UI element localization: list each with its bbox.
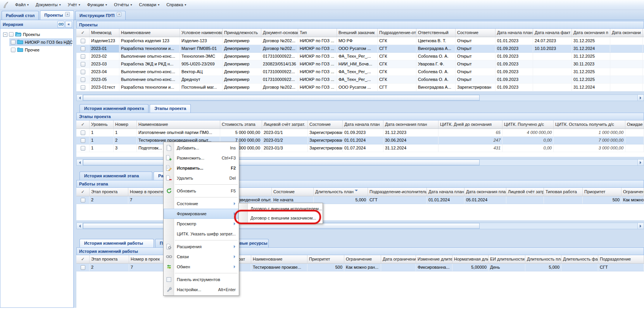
cell[interactable]: Разработка ЭКД и РКД н...: [119, 60, 180, 68]
column-header[interactable]: Этап проекта: [90, 188, 128, 196]
cell[interactable]: СГК: [378, 37, 416, 45]
column-header[interactable]: Наименование: [251, 255, 307, 263]
cell[interactable]: [625, 137, 644, 144]
column-header[interactable]: ЦИТК. Осталось получить д/с: [554, 120, 625, 129]
cell[interactable]: 2023-03: [90, 60, 119, 68]
column-header[interactable]: Дата начала факт: [533, 29, 572, 37]
cell[interactable]: 7: [128, 196, 165, 204]
cell[interactable]: 31.12.2024: [572, 84, 610, 91]
cell[interactable]: Соболева О. А.: [416, 53, 456, 60]
cell[interactable]: 31.12.2023: [383, 129, 439, 136]
cell[interactable]: [610, 68, 643, 75]
row-checkbox[interactable]: [81, 265, 85, 270]
column-header[interactable]: Условное наименова: [180, 29, 223, 37]
cell[interactable]: СГТ: [378, 84, 416, 91]
cell[interactable]: 3: [114, 144, 137, 152]
tab-projects[interactable]: Проекты×: [40, 10, 74, 20]
cell[interactable]: 0,00: [502, 137, 554, 144]
cell[interactable]: 65: [439, 129, 502, 136]
cell[interactable]: [381, 264, 416, 271]
tab-work_tabs-0[interactable]: История изменений этапа: [79, 172, 152, 180]
cell[interactable]: 2023-01тест: [90, 84, 119, 91]
tab-desktop[interactable]: Рабочий стол: [2, 11, 39, 20]
cell[interactable]: НИОКР по ГОЗ ...: [298, 53, 337, 60]
cell[interactable]: Изделие123: [90, 37, 119, 45]
column-header[interactable]: ЕИ длительности: [489, 255, 525, 263]
cell[interactable]: Вектор-АЦ: [180, 68, 223, 75]
column-header[interactable]: Приоритет: [583, 188, 622, 196]
cell[interactable]: НИОКР по ГОЗ ...: [298, 68, 337, 75]
cell[interactable]: 05.01.2024: [464, 196, 506, 204]
cell[interactable]: Демопример: [223, 76, 261, 83]
table-row[interactable]: 27Тестирование произве...500Как можно ра…: [76, 264, 644, 271]
menu-item-toolbar-toggle[interactable]: Панель инструментов: [164, 275, 239, 285]
cell[interactable]: 01.09.2023: [496, 60, 533, 68]
close-icon[interactable]: ×: [117, 12, 121, 17]
cell[interactable]: 2023-01: [90, 45, 119, 52]
column-header[interactable]: Подразделение-исполнитель..: [368, 188, 427, 196]
column-header[interactable]: Подразделение: [598, 255, 644, 263]
cell[interactable]: Демопример: [223, 45, 261, 52]
cell[interactable]: МО РФ: [337, 37, 378, 45]
column-header[interactable]: Дата начала план.: [496, 29, 533, 37]
column-header[interactable]: Номер: [114, 120, 137, 129]
cell[interactable]: СГТ: [378, 45, 416, 52]
cell[interactable]: 017310000922...: [261, 68, 298, 75]
cell[interactable]: Магнит ПМ085-01: [180, 45, 223, 52]
cell[interactable]: ФА_Техн_Рег_...: [337, 68, 378, 75]
cell[interactable]: [610, 76, 643, 83]
column-header[interactable]: Состояние: [308, 120, 343, 129]
menu-item-view[interactable]: Просмотр: [164, 219, 239, 229]
cell[interactable]: СГК: [378, 60, 416, 68]
tab-history_tabs-0[interactable]: История изменений работы: [79, 239, 154, 247]
row-checkbox[interactable]: [81, 138, 85, 143]
tab-stage_tabs-1[interactable]: Этапы проекта: [150, 104, 191, 113]
column-header[interactable]: Дата начала план: [343, 120, 383, 129]
cell[interactable]: 31.12.2025: [572, 68, 610, 75]
panel-splitter[interactable]: [74, 20, 76, 308]
cell[interactable]: 30.11.2023: [572, 60, 610, 68]
column-header[interactable]: Нормативная длит: [452, 255, 489, 263]
menu-item-citk-cost-code[interactable]: ЦИТК. Указать шифр затрат...: [164, 229, 239, 239]
cell[interactable]: 01.09.2023: [496, 84, 533, 91]
cell[interactable]: [506, 196, 544, 204]
scroll-right-icon[interactable]: [637, 160, 644, 165]
cell[interactable]: Открыт: [456, 60, 496, 68]
cell[interactable]: СГК: [378, 68, 416, 75]
cell[interactable]: Договор №202...: [261, 37, 298, 45]
cell[interactable]: [533, 84, 572, 91]
table-row[interactable]: 2023-04Выполнение опытно-конс...Вектор-А…: [76, 68, 644, 76]
tree-node-other[interactable]: Прочее: [9, 46, 72, 54]
column-header[interactable]: Тип: [298, 29, 337, 37]
table-row[interactable]: 13Подготовк...3 000 000,002023-01/3Зарег…: [76, 144, 644, 152]
row-checkbox[interactable]: [81, 62, 85, 67]
cell[interactable]: 230823/0514/136: [261, 60, 298, 68]
cell[interactable]: Дредноут: [180, 76, 223, 83]
cell[interactable]: 2023-01/3: [262, 144, 308, 152]
row-checkbox[interactable]: [81, 46, 85, 51]
cell[interactable]: Технология-ЭМС: [180, 53, 223, 60]
cell[interactable]: 2023-04: [90, 68, 119, 75]
column-header[interactable]: Этап проекта: [90, 255, 129, 263]
column-header[interactable]: Типовая работа: [544, 188, 583, 196]
column-header[interactable]: Дата окончания п: [572, 29, 610, 37]
cell[interactable]: [533, 60, 572, 68]
select-all-column-header[interactable]: ✓: [76, 29, 90, 37]
cell[interactable]: 31.12.2025: [572, 53, 610, 60]
cell[interactable]: 2023-05: [90, 76, 119, 83]
cell[interactable]: 24.07.2023: [533, 37, 572, 45]
cell[interactable]: Зарегистрирован: [308, 137, 343, 144]
cell[interactable]: 3 000 000,00: [554, 144, 625, 152]
cell[interactable]: [533, 53, 572, 60]
scroll-left-icon[interactable]: [77, 223, 83, 229]
menu-item-duplicate[interactable]: Размножить...Ctrl+F3: [164, 153, 239, 163]
column-header[interactable]: Наименование: [119, 29, 180, 37]
row-checkbox[interactable]: [81, 54, 85, 59]
menu-item-links[interactable]: Связи: [164, 252, 239, 262]
row-checkbox[interactable]: [81, 146, 85, 151]
cell[interactable]: НИОКР по ГОЗ ...: [298, 76, 337, 83]
row-checkbox[interactable]: [81, 85, 85, 90]
cell[interactable]: [544, 196, 583, 204]
cell[interactable]: 01.07.2024: [343, 144, 383, 152]
select-all-column-header[interactable]: ✓: [76, 188, 90, 196]
